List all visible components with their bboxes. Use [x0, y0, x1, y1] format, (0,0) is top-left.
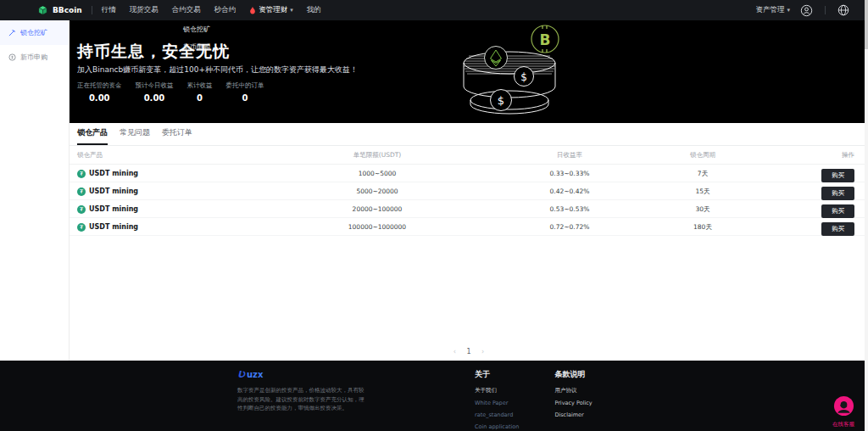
- hero-stats: 正在托管的资金 0.00 预计今日收益 0.00 累计收益 0 委托中的订单 0: [77, 81, 264, 103]
- tether-icon: ₮: [77, 223, 86, 232]
- footer-link-rate-standard[interactable]: rate_standard: [475, 411, 519, 418]
- product-name: USDT mining: [89, 205, 138, 213]
- user-avatar-icon[interactable]: [800, 4, 813, 17]
- rate-value: 0.72~0.72%: [532, 223, 607, 231]
- uzx-logo-text: uzx: [247, 370, 263, 379]
- nav-item-mine[interactable]: 我的: [307, 5, 321, 15]
- asset-manage-menu[interactable]: 资产管理 ▾: [755, 5, 790, 15]
- sidebar-item-label: 锁仓挖矿: [20, 28, 47, 37]
- nav-item-asset-finance[interactable]: 资管理财 ▾: [249, 5, 293, 15]
- pagination-prev[interactable]: ‹: [453, 348, 456, 355]
- stat-today-profit: 预计今日收益 0.00: [136, 81, 174, 103]
- sidebar-item-lockup-mining[interactable]: 锁仓挖矿: [0, 20, 69, 45]
- footer-column-title: 关于: [475, 369, 519, 380]
- footer-link-privacy-policy[interactable]: Privacy Policy: [554, 400, 592, 406]
- footer-link-about-us[interactable]: 关于我们: [475, 387, 519, 395]
- period-value: 30天: [607, 205, 798, 214]
- nav-divider: [825, 6, 826, 14]
- top-navbar: BBcoin 行情 现货交易 合约交易 秒合约 资管理财 ▾ 我的 资产管理 ▾: [0, 0, 868, 20]
- footer-link-disclaimer[interactable]: Disclaimer: [554, 411, 592, 418]
- nav-divider: [92, 6, 92, 14]
- footer-link-coin-application[interactable]: Coin application: [475, 423, 519, 430]
- limit-value: 1000~5000: [222, 170, 532, 177]
- col-rate: 日收益率: [532, 151, 607, 160]
- footer-link-user-agreement[interactable]: 用户协议: [554, 387, 592, 395]
- brand-name: BBcoin: [53, 6, 82, 14]
- globe-language-icon[interactable]: [837, 4, 849, 16]
- period-value: 180天: [607, 223, 798, 232]
- chevron-down-icon: ▾: [290, 7, 293, 14]
- col-product: 锁仓产品: [70, 151, 222, 160]
- nav-item-second-contract[interactable]: 秒合约: [214, 5, 236, 15]
- page-footer: Ʋ uzx 数字资产是创新的投资产品，价格波动较大，具有较高的投资风险。建议投资…: [0, 361, 868, 431]
- svg-text:$: $: [520, 71, 527, 83]
- cube-logo-icon: [37, 5, 48, 16]
- dollar-coin-icon: $: [515, 67, 534, 87]
- buy-button[interactable]: 购买: [821, 169, 854, 182]
- stat-value: 0.00: [77, 93, 122, 103]
- main-content: 锁仓产品 常见问题 委托订单 锁仓产品 单笔限额(USDT) 日收益率 锁仓周期…: [70, 123, 868, 361]
- scrollbar-thumb[interactable]: [865, 0, 868, 49]
- buy-button[interactable]: 购买: [821, 187, 854, 200]
- nav-item-contract-trading[interactable]: 合约交易: [172, 5, 201, 15]
- col-period: 锁仓周期: [607, 151, 798, 160]
- flame-icon: [249, 7, 256, 14]
- customer-service-icon: [833, 395, 854, 417]
- limit-value: 20000~100000: [222, 205, 532, 213]
- tab-faq[interactable]: 常见问题: [120, 127, 150, 145]
- tab-lockup-products[interactable]: 锁仓产品: [77, 127, 108, 145]
- left-sidebar: 锁仓挖矿 新币申购: [0, 20, 70, 361]
- page-scrollbar[interactable]: [865, 0, 868, 431]
- nav-item-spot-trading[interactable]: 现货交易: [130, 5, 159, 15]
- tether-icon: ₮: [77, 205, 86, 214]
- table-row: ₮ USDT mining 20000~100000 0.53~0.53% 30…: [70, 200, 868, 218]
- pagination: ‹ 1 ›: [70, 348, 868, 355]
- period-value: 15天: [607, 188, 798, 196]
- svg-text:B: B: [540, 31, 551, 48]
- stat-managed-funds: 正在托管的资金 0.00: [77, 81, 122, 103]
- table-header: 锁仓产品 单笔限额(USDT) 日收益率 锁仓周期 操作: [70, 146, 868, 165]
- stat-label: 累计收益: [187, 81, 213, 90]
- footer-link-white-paper[interactable]: White Paper: [475, 400, 519, 406]
- rate-value: 0.33~0.33%: [532, 170, 607, 177]
- sidebar-item-label: 新币申购: [20, 53, 47, 62]
- product-name: USDT mining: [89, 223, 138, 231]
- buy-button[interactable]: 购买: [821, 222, 854, 236]
- chevron-down-icon: ▾: [787, 7, 790, 14]
- tether-icon: ₮: [77, 170, 86, 178]
- dropdown-item-new-coin[interactable]: 新币申购: [164, 38, 229, 56]
- bitcoin-coin-icon: B: [531, 25, 559, 53]
- table-row: ₮ USDT mining 100000~1000000 0.72~0.72% …: [70, 218, 868, 236]
- online-service-label: 在线客服: [832, 421, 854, 428]
- uzx-logo-icon: Ʋ: [237, 369, 245, 380]
- nav-right-group: 资产管理 ▾: [755, 4, 849, 17]
- stat-total-profit: 累计收益 0: [187, 81, 213, 103]
- pagination-page-1[interactable]: 1: [466, 348, 470, 355]
- footer-column-terms: 条款说明 用户协议 Privacy Policy Disclaimer: [554, 369, 592, 431]
- crypto-coins-illustration: B $ $: [452, 22, 579, 120]
- product-name: USDT mining: [89, 188, 138, 195]
- footer-disclaimer-text: 数字资产是创新的投资产品，价格波动较大，具有较高的投资风险。建议投资前对数字资产…: [237, 386, 369, 413]
- tether-icon: ₮: [77, 188, 86, 196]
- stat-pending-orders: 委托中的订单 0: [226, 81, 264, 103]
- online-service-widget[interactable]: 在线客服: [832, 395, 854, 428]
- svg-text:$: $: [498, 94, 504, 107]
- buy-button[interactable]: 购买: [821, 204, 854, 218]
- nav-item-markets[interactable]: 行情: [102, 5, 116, 15]
- rate-value: 0.53~0.53%: [532, 205, 607, 213]
- mining-pickaxe-icon: [8, 29, 16, 36]
- pagination-next[interactable]: ›: [481, 348, 484, 355]
- coin-icon: [8, 53, 16, 61]
- stat-value: 0.00: [136, 93, 174, 103]
- brand-logo[interactable]: BBcoin: [37, 5, 82, 16]
- ethereum-coin-icon: [485, 47, 508, 70]
- footer-logo[interactable]: Ʋ uzx: [237, 369, 369, 380]
- col-limit: 单笔限额(USDT): [222, 151, 532, 160]
- tab-delegated-orders[interactable]: 委托订单: [162, 127, 192, 145]
- footer-brand-block: Ʋ uzx 数字资产是创新的投资产品，价格波动较大，具有较高的投资风险。建议投资…: [237, 369, 369, 431]
- nav-item-asset-finance-label: 资管理财: [259, 5, 287, 15]
- stat-value: 0: [187, 93, 213, 103]
- period-value: 7天: [607, 170, 798, 178]
- dropdown-item-lockup-mining[interactable]: 锁仓挖矿: [164, 20, 229, 38]
- sidebar-item-new-coin[interactable]: 新币申购: [0, 45, 69, 70]
